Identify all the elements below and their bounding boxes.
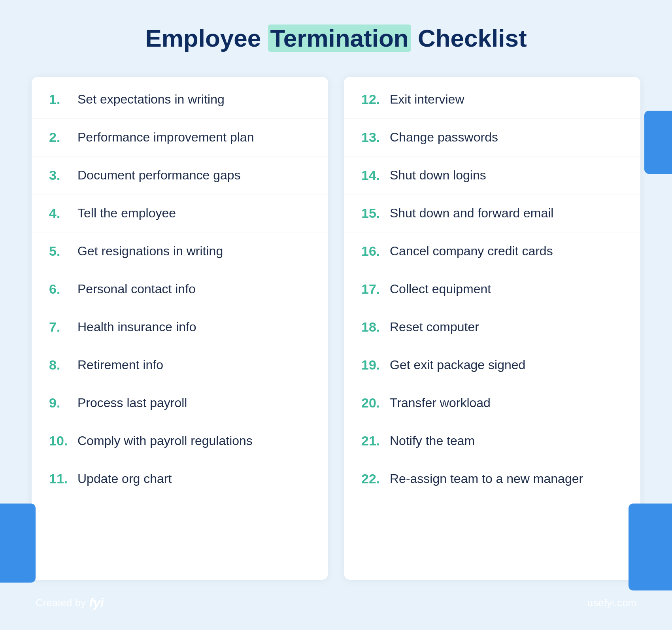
item-text: Retirement info (77, 358, 163, 372)
item-number: 16. (361, 243, 385, 259)
item-number: 5. (49, 243, 73, 259)
item-text: Tell the employee (77, 206, 176, 221)
item-number: 1. (49, 92, 73, 107)
page-wrapper: Employee Termination Checklist 1. Set ex… (0, 0, 672, 630)
list-item: 15. Shut down and forward email (344, 194, 640, 232)
item-number: 2. (49, 130, 73, 145)
list-item: 22. Re-assign team to a new manager (344, 460, 640, 498)
item-text: Cancel company credit cards (390, 244, 553, 258)
footer: Created by fyi usefyi.com (32, 596, 640, 610)
list-item: 14. Shut down logins (344, 157, 640, 194)
title-area: Employee Termination Checklist (145, 24, 527, 53)
item-text: Set expectations in writing (77, 92, 225, 107)
item-text: Notify the team (390, 434, 475, 448)
list-item: 9. Process last payroll (32, 384, 328, 422)
list-item: 21. Notify the team (344, 422, 640, 460)
item-number: 7. (49, 319, 73, 335)
list-item: 1. Set expectations in writing (32, 81, 328, 119)
item-number: 11. (49, 471, 73, 487)
list-item: 12. Exit interview (344, 81, 640, 119)
page-title: Employee Termination Checklist (145, 24, 527, 53)
checklist-container: 1. Set expectations in writing 2. Perfor… (32, 77, 640, 580)
list-item: 11. Update org chart (32, 460, 328, 498)
decorative-shape-right-bottom (629, 504, 672, 590)
item-number: 20. (361, 395, 385, 411)
item-text: Performance improvement plan (77, 130, 254, 145)
item-text: Shut down logins (390, 168, 486, 183)
item-text: Shut down and forward email (390, 206, 553, 221)
list-item: 5. Get resignations in writing (32, 232, 328, 270)
list-item: 4. Tell the employee (32, 194, 328, 232)
item-text: Get exit package signed (390, 358, 525, 372)
item-number: 17. (361, 281, 385, 297)
item-text: Exit interview (390, 92, 464, 107)
decorative-shape-right-top (644, 111, 672, 174)
list-item: 13. Change passwords (344, 119, 640, 157)
created-by-label: Created by (36, 597, 86, 609)
list-item: 20. Transfer workload (344, 384, 640, 422)
item-text: Document performance gaps (77, 168, 241, 183)
item-number: 14. (361, 168, 385, 183)
item-number: 19. (361, 357, 385, 373)
item-text: Process last payroll (77, 396, 187, 410)
list-item: 19. Get exit package signed (344, 346, 640, 384)
item-number: 4. (49, 206, 73, 221)
item-text: Update org chart (77, 472, 172, 486)
item-number: 15. (361, 206, 385, 221)
decorative-shape-left (0, 504, 36, 583)
item-number: 21. (361, 433, 385, 449)
item-number: 22. (361, 471, 385, 487)
item-number: 3. (49, 168, 73, 183)
brand-name: fyi (89, 596, 104, 610)
item-number: 13. (361, 130, 385, 145)
footer-left: Created by fyi (36, 596, 104, 610)
list-item: 3. Document performance gaps (32, 157, 328, 194)
item-text: Re-assign team to a new manager (390, 472, 583, 486)
list-item: 2. Performance improvement plan (32, 119, 328, 157)
list-item: 17. Collect equipment (344, 270, 640, 308)
list-item: 7. Health insurance info (32, 308, 328, 346)
list-item: 18. Reset computer (344, 308, 640, 346)
item-number: 12. (361, 92, 385, 107)
list-item: 10. Comply with payroll regulations (32, 422, 328, 460)
list-item: 6. Personal contact info (32, 270, 328, 308)
right-checklist-card: 12. Exit interview 13. Change passwords … (344, 77, 640, 580)
footer-website: usefyi.com (587, 597, 636, 609)
title-highlight: Termination (268, 25, 411, 52)
item-number: 6. (49, 281, 73, 297)
item-text: Personal contact info (77, 282, 196, 296)
list-item: 8. Retirement info (32, 346, 328, 384)
item-text: Get resignations in writing (77, 244, 223, 258)
item-number: 10. (49, 433, 73, 449)
left-checklist-card: 1. Set expectations in writing 2. Perfor… (32, 77, 328, 580)
item-text: Transfer workload (390, 396, 491, 410)
item-number: 8. (49, 357, 73, 373)
item-number: 9. (49, 395, 73, 411)
item-text: Change passwords (390, 130, 498, 145)
item-text: Health insurance info (77, 320, 196, 334)
list-item: 16. Cancel company credit cards (344, 232, 640, 270)
item-text: Comply with payroll regulations (77, 434, 253, 448)
item-number: 18. (361, 319, 385, 335)
item-text: Collect equipment (390, 282, 491, 296)
item-text: Reset computer (390, 320, 479, 334)
